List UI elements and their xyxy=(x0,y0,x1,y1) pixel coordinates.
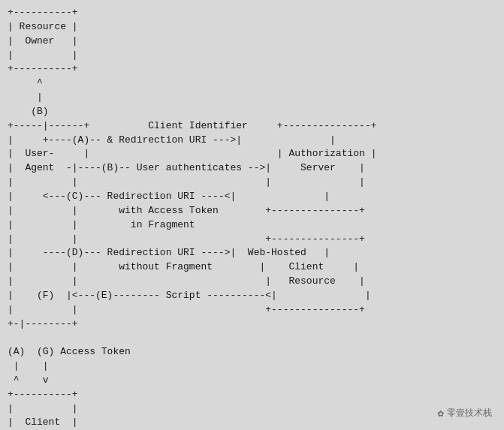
line-25: (A) (G) Access Token xyxy=(8,346,131,357)
line-8: (B) xyxy=(8,106,49,117)
main-container: +----------+ | Resource | | Owner | | | … xyxy=(0,0,504,430)
watermark-icon: ✿ xyxy=(438,407,444,419)
line-13: | | | | xyxy=(8,176,365,188)
line-4: | | xyxy=(8,50,78,61)
line-21: | (F) |<---(E)-------- Script ----------… xyxy=(8,290,371,301)
line-19: | | without Fragment | Client | xyxy=(8,261,359,272)
line-3: | Owner | xyxy=(8,35,78,47)
watermark-text: 零壹技术栈 xyxy=(447,407,492,419)
line-23: +-|--------+ xyxy=(8,318,78,329)
line-7: | xyxy=(8,92,43,103)
line-26: | | xyxy=(8,360,49,371)
line-10: | +----(A)-- & Redirection URI --->| | xyxy=(8,134,336,146)
line-22: | | +---------------+ xyxy=(8,304,365,315)
line-15: | | with Access Token +---------------+ xyxy=(8,205,365,216)
line-14: | <---(C)--- Redirection URI ----<| | xyxy=(8,191,330,202)
line-27: ^ v xyxy=(8,374,49,386)
line-28: +----------+ xyxy=(8,389,78,400)
line-29: | | xyxy=(8,403,78,414)
line-16: | | in Fragment xyxy=(8,219,195,230)
line-1: +----------+ xyxy=(8,7,78,18)
line-11: | User- | | Authorization | xyxy=(8,148,376,159)
diagram-text: +----------+ | Resource | | Owner | | | … xyxy=(8,6,376,430)
line-12: | Agent -|----(B)-- User authenticates -… xyxy=(8,162,365,173)
line-6: ^ xyxy=(8,77,43,89)
line-5: +----------+ xyxy=(8,63,78,74)
line-18: | ----(D)--- Redirection URI ---->| Web-… xyxy=(8,247,330,258)
line-20: | | | Resource | xyxy=(8,275,365,287)
line-2: | Resource | xyxy=(8,21,78,32)
line-9: +-----|------+ Client Identifier +------… xyxy=(8,120,376,131)
watermark: ✿ 零壹技术栈 xyxy=(438,407,492,419)
line-24 xyxy=(8,332,14,343)
line-17: | | +---------------+ xyxy=(8,233,365,245)
line-30: | Client | xyxy=(8,416,78,428)
